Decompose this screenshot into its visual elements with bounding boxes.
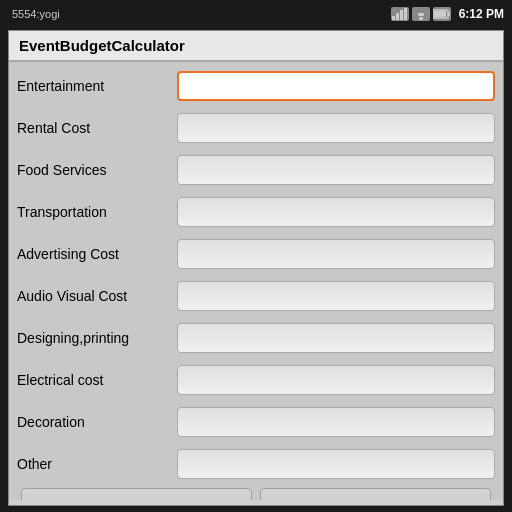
field-row-designing: Designing,printing	[17, 320, 495, 356]
svg-rect-10	[448, 12, 450, 16]
label-advertising-cost: Advertising Cost	[17, 246, 177, 262]
bottom-buttons: Calculate Clear	[17, 488, 495, 500]
input-electrical[interactable]	[177, 365, 495, 395]
svg-rect-0	[392, 16, 395, 20]
input-food-services[interactable]	[177, 155, 495, 185]
device-frame: 5554:yogi	[0, 0, 512, 512]
signal-icon	[391, 7, 409, 21]
input-rental-cost[interactable]	[177, 113, 495, 143]
wifi-icon	[412, 7, 430, 21]
field-row-decoration: Decoration	[17, 404, 495, 440]
svg-rect-11	[434, 11, 446, 17]
svg-rect-2	[400, 10, 403, 20]
input-advertising-cost[interactable]	[177, 239, 495, 269]
field-row-advertising-cost: Advertising Cost	[17, 236, 495, 272]
content-area: Entertainment Rental Cost Food Services …	[9, 62, 503, 500]
field-row-other: Other	[17, 446, 495, 482]
calculate-button[interactable]: Calculate	[21, 488, 252, 500]
status-icons	[391, 7, 451, 21]
svg-rect-1	[396, 13, 399, 20]
svg-rect-4	[416, 8, 426, 12]
input-designing[interactable]	[177, 323, 495, 353]
clear-button[interactable]: Clear	[260, 488, 491, 500]
input-transportation[interactable]	[177, 197, 495, 227]
svg-rect-7	[418, 13, 424, 16]
input-decoration[interactable]	[177, 407, 495, 437]
label-food-services: Food Services	[17, 162, 177, 178]
svg-rect-3	[404, 8, 407, 20]
field-row-transportation: Transportation	[17, 194, 495, 230]
label-audio-visual: Audio Visual Cost	[17, 288, 177, 304]
input-other[interactable]	[177, 449, 495, 479]
status-bar: 5554:yogi	[0, 0, 512, 28]
field-row-electrical: Electrical cost	[17, 362, 495, 398]
label-other: Other	[17, 456, 177, 472]
label-designing: Designing,printing	[17, 330, 177, 346]
svg-rect-6	[424, 13, 428, 16]
clock: 6:12 PM	[459, 7, 504, 21]
app-title-bar: EventBudgetCalculator	[9, 31, 503, 62]
input-entertainment[interactable]	[177, 71, 495, 101]
label-electrical: Electrical cost	[17, 372, 177, 388]
label-rental-cost: Rental Cost	[17, 120, 177, 136]
label-decoration: Decoration	[17, 414, 177, 430]
label-transportation: Transportation	[17, 204, 177, 220]
field-row-rental-cost: Rental Cost	[17, 110, 495, 146]
svg-rect-8	[419, 17, 423, 20]
battery-icon	[433, 7, 451, 21]
label-entertainment: Entertainment	[17, 78, 177, 94]
field-row-entertainment: Entertainment	[17, 68, 495, 104]
app-title: EventBudgetCalculator	[19, 37, 185, 54]
field-row-food-services: Food Services	[17, 152, 495, 188]
field-row-audio-visual: Audio Visual Cost	[17, 278, 495, 314]
app-screen: EventBudgetCalculator Entertainment Rent…	[8, 30, 504, 506]
input-audio-visual[interactable]	[177, 281, 495, 311]
device-title: 5554:yogi	[12, 8, 60, 20]
svg-rect-5	[414, 13, 418, 16]
